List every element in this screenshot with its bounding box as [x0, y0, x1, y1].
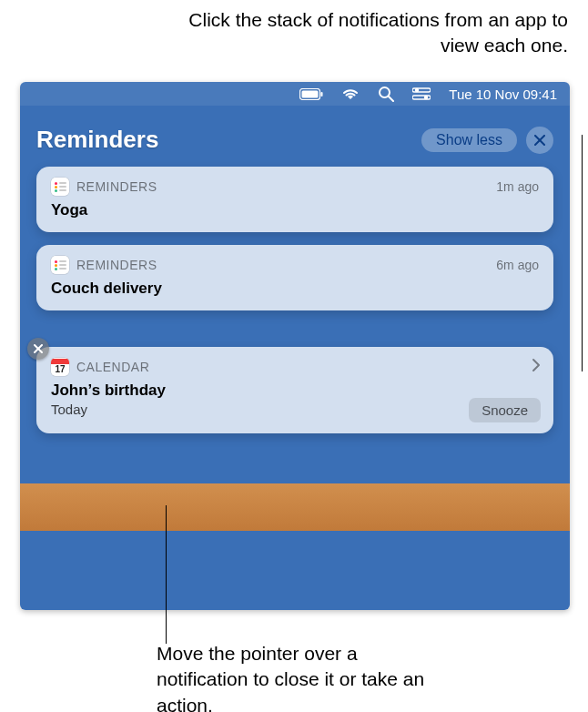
notification-app-name: REMINDERS [76, 179, 157, 194]
notification-subtitle: Today [51, 402, 539, 417]
callout-bottom: Move the pointer over a notification to … [157, 641, 430, 712]
group-title: Reminders [36, 126, 158, 154]
close-icon [534, 135, 545, 146]
notification-center: Reminders Show less REMINDERS 1m ago Yog… [20, 106, 570, 457]
notification-title: Yoga [51, 201, 539, 219]
callout-line-bottom [166, 505, 167, 644]
close-group-button[interactable] [526, 127, 553, 154]
notification-title: Couch delivery [51, 280, 539, 298]
svg-line-4 [389, 97, 393, 101]
notification-header: REMINDERS 1m ago [51, 178, 539, 196]
calendar-notification-group: 17 CALENDAR John’s birthday Today Snooze [36, 347, 553, 433]
callout-bottom-text: Move the pointer over a notification to … [157, 643, 424, 712]
callout-top-text: Click the stack of notifications from an… [188, 9, 568, 56]
calendar-app-icon: 17 [51, 358, 69, 376]
notification-card[interactable]: REMINDERS 1m ago Yoga [36, 167, 553, 232]
notification-card[interactable]: 17 CALENDAR John’s birthday Today Snooze [36, 347, 553, 433]
notification-card[interactable]: REMINDERS 6m ago Couch delivery [36, 245, 553, 310]
svg-rect-2 [321, 92, 323, 97]
calendar-icon-day: 17 [55, 364, 65, 375]
desktop-screenshot: Tue 10 Nov 09:41 Reminders Show less REM… [20, 82, 570, 610]
svg-rect-1 [302, 90, 319, 97]
notification-app-name: CALENDAR [76, 360, 149, 374]
notification-time: 1m ago [496, 179, 539, 194]
close-icon [34, 344, 43, 353]
reminders-app-icon [51, 256, 69, 274]
wifi-icon [341, 87, 360, 100]
reminders-app-icon [51, 178, 69, 196]
callout-top: Click the stack of notifications from an… [149, 7, 568, 59]
group-actions: Show less [421, 127, 553, 154]
menubar: Tue 10 Nov 09:41 [20, 82, 570, 106]
battery-icon [299, 88, 323, 100]
notification-app-name: REMINDERS [76, 258, 157, 272]
close-notification-button[interactable] [27, 338, 49, 360]
control-center-icon[interactable] [412, 87, 431, 100]
show-less-button[interactable]: Show less [421, 128, 517, 152]
notification-header: 17 CALENDAR [51, 358, 539, 376]
notification-group-header: Reminders Show less [36, 126, 553, 154]
chevron-right-icon[interactable] [532, 358, 541, 376]
svg-point-8 [424, 96, 428, 99]
notification-title: John’s birthday [51, 381, 539, 400]
svg-point-6 [415, 88, 419, 92]
spotlight-search-icon[interactable] [378, 86, 394, 102]
snooze-button[interactable]: Snooze [469, 398, 541, 422]
notification-header: REMINDERS 6m ago [51, 256, 539, 274]
notification-time: 6m ago [496, 258, 539, 272]
callout-bracket-right [582, 135, 583, 371]
menubar-datetime[interactable]: Tue 10 Nov 09:41 [449, 86, 557, 102]
